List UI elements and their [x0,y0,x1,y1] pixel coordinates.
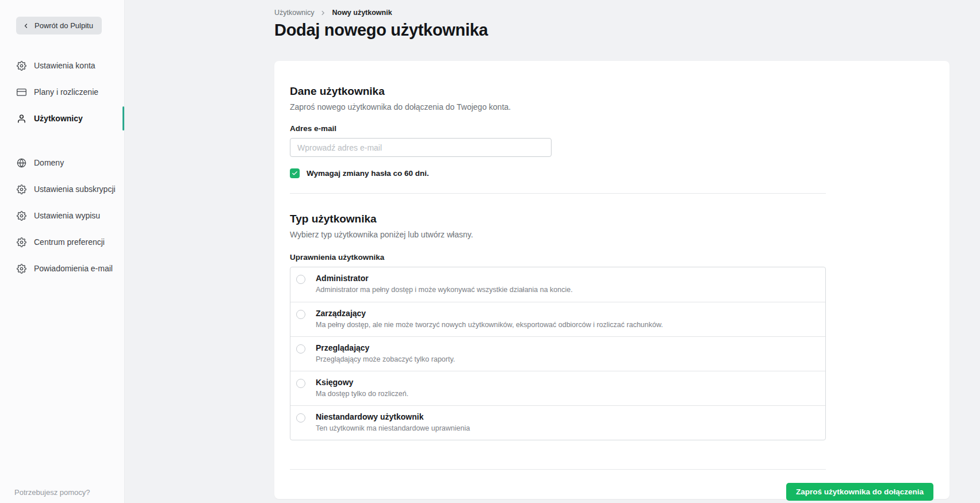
sidebar-item-ustawienia-konta[interactable]: Ustawienia konta [0,52,124,79]
user-type-section-subtitle: Wybierz typ użytkownika poniżej lub utwó… [290,230,826,239]
main-area: Użytkownicy Nowy użytkownik Dodaj nowego… [125,0,980,503]
sidebar-item-label: Ustawienia wypisu [34,211,100,220]
sidebar-item-domeny[interactable]: Domeny [0,149,124,176]
credit-card-icon [17,87,26,97]
user-type-section-title: Typ użytkownika [290,212,826,225]
back-to-dashboard-button[interactable]: Powrót do Pulpitu [16,17,102,34]
sidebar-item-powiadomienia-email[interactable]: Powiadomienia e-mail [0,255,124,282]
sidebar-item-label: Centrum preferencji [34,237,105,247]
sidebar-item-ustawienia-subskrypcji[interactable]: Ustawienia subskrypcji [0,176,124,202]
help-link[interactable]: Potrzebujesz pomocy? [14,488,90,497]
password-policy-row[interactable]: Wymagaj zmiany hasła co 60 dni. [290,168,826,178]
user-data-section-title: Dane użytkownika [290,85,826,98]
email-input[interactable] [290,138,552,157]
breadcrumb-parent[interactable]: Użytkownicy [274,9,314,17]
radio-option-zarzadzajacy[interactable]: Zarządzający Ma pełny dostęp, ale nie mo… [290,302,825,336]
globe-icon [17,158,26,168]
password-policy-checkbox[interactable] [290,168,300,178]
nav-group-gap [0,132,124,149]
radio-icon[interactable] [296,310,305,319]
sidebar-item-label: Plany i rozliczenie [34,87,98,97]
password-policy-label: Wymagaj zmiany hasła co 60 dni. [307,169,429,178]
radio-option-description: Ten użytkownik ma niestandardowe uprawni… [316,424,470,432]
permissions-label: Uprawnienia użytkownika [290,253,826,262]
back-button-label: Powrót do Pulpitu [35,21,93,30]
radio-icon[interactable] [296,275,305,284]
radio-option-ksiegowy[interactable]: Księgowy Ma dostęp tylko do rozliczeń. [290,371,825,405]
add-user-card: Dane użytkownika Zaproś nowego użytkowni… [274,61,950,499]
user-type-radio-group: Administrator Administrator ma pełny dos… [290,267,826,440]
sidebar-nav: Ustawienia konta Plany i rozliczenie Uży… [0,52,124,282]
gear-icon [17,185,26,194]
radio-option-description: Przeglądający może zobaczyć tylko raport… [316,355,455,363]
radio-option-label: Administrator [316,274,573,283]
radio-icon[interactable] [296,379,305,388]
breadcrumb-current: Nowy użytkownik [332,9,392,17]
radio-icon[interactable] [296,344,305,354]
sidebar-item-uzytkownicy[interactable]: Użytkownicy [0,105,124,132]
sidebar: Powrót do Pulpitu Ustawienia konta Plany… [0,0,125,503]
radio-option-label: Przeglądający [316,343,455,353]
chevron-left-icon [22,22,29,29]
page-title: Dodaj nowego użytkownika [274,20,950,40]
radio-option-description: Ma pełny dostęp, ale nie może tworzyć no… [316,321,663,329]
breadcrumb: Użytkownicy Nowy użytkownik [274,0,950,17]
radio-option-administrator[interactable]: Administrator Administrator ma pełny dos… [290,267,825,302]
gear-icon [17,211,26,221]
email-label: Adres e-mail [290,124,826,133]
sidebar-item-plany-i-rozliczenie[interactable]: Plany i rozliczenie [0,79,124,105]
radio-option-niestandardowy[interactable]: Niestandardowy użytkownik Ten użytkownik… [290,405,825,440]
chevron-right-icon [320,10,326,16]
sidebar-item-centrum-preferencji[interactable]: Centrum preferencji [0,229,124,255]
sidebar-item-label: Użytkownicy [34,114,83,123]
active-item-indicator [122,106,124,130]
sidebar-item-label: Domeny [34,158,64,167]
user-icon [17,114,26,124]
radio-option-label: Niestandardowy użytkownik [316,412,470,422]
radio-option-description: Administrator ma pełny dostęp i może wyk… [316,286,573,294]
footer-divider [290,469,826,470]
sidebar-item-label: Ustawienia konta [34,61,95,70]
gear-icon [17,264,26,274]
user-data-section-subtitle: Zaproś nowego użytkownika do dołączenia … [290,102,826,112]
radio-option-przegladajacy[interactable]: Przeglądający Przeglądający może zobaczy… [290,336,825,371]
radio-icon[interactable] [296,413,305,423]
sidebar-item-label: Powiadomienia e-mail [34,264,113,273]
radio-option-label: Księgowy [316,378,408,387]
sidebar-item-ustawienia-wypisu[interactable]: Ustawienia wypisu [0,202,124,229]
check-icon [292,170,298,176]
invite-user-button[interactable]: Zaproś użytkownika do dołączenia [786,483,933,501]
radio-option-label: Zarządzający [316,309,663,318]
section-divider [290,193,826,194]
gear-icon [17,237,26,247]
radio-option-description: Ma dostęp tylko do rozliczeń. [316,390,408,398]
sidebar-item-label: Ustawienia subskrypcji [34,185,116,194]
gear-icon [17,61,26,71]
